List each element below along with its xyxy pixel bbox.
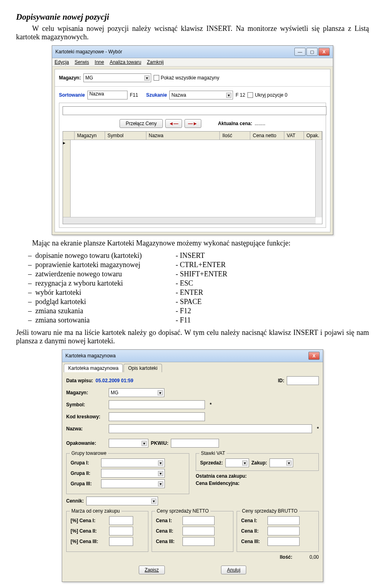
menubar: Edycja Serwis Inne Analiza towaru Zamkni… [52,58,333,67]
intro-paragraph: W celu wpisania nowej pozycji należy wci… [16,24,369,41]
list-item: dopisanie nowego towaru (kartoteki)- INS… [28,251,369,260]
show-all-label: Pokaż wszystkie magazyny [161,75,219,81]
horizontal-scrollbar[interactable] [63,217,316,224]
data-grid[interactable]: Magazyn Symbol Nazwa Ilość Cena netto VA… [63,131,322,224]
search-input[interactable] [63,106,326,115]
symbol-field[interactable] [109,400,205,409]
id-field[interactable] [287,376,319,385]
menu-serwis[interactable]: Serwis [75,59,89,65]
tabstrip: Kartoteka magazynowa Opis kartoteki [62,362,323,372]
netto-cena2-field[interactable] [182,527,215,535]
cena-ew-label: Cena Ewidencyjna: [196,481,264,486]
szukanie-label: Szukanie [146,92,167,98]
netto-cena1-field[interactable] [182,516,215,525]
kod-field[interactable] [109,412,205,421]
marza-cena3-field[interactable] [109,537,133,546]
list-item: zatwierdzenie nowego towaru- SHIFT+ENTER [28,270,369,278]
col-magazyn[interactable]: Magazyn [75,132,105,140]
g2-label: Grupa II: [71,470,99,476]
window-kartoteki-wybor: Kartoteki magazynowe - Wybór — ▢ X Edycj… [52,45,333,235]
ost-cena-label: Ostatnia cena zakupu: [196,473,264,479]
menu-inne[interactable]: Inne [95,59,104,65]
window-title: Kartoteka magazynowa [65,353,116,359]
close-button[interactable]: X [318,48,330,56]
marza-cena1-field[interactable] [109,516,133,525]
close-button[interactable]: X [308,352,320,360]
row-selector[interactable]: ▸ [63,140,71,223]
list-item: podgląd kartoteki- SPACE [28,298,369,306]
col-opak[interactable]: Opak. [304,132,322,140]
list-item: poprawienie kartoteki magazynowej- CTRL+… [28,261,369,269]
fieldset-grupy: Grupy towarowe Grupa I:▾ Grupa II:▾ Grup… [66,453,189,494]
brutto-cena3-field[interactable] [267,537,300,546]
chevron-down-icon: ▾ [151,499,156,504]
sort-label: Sortowanie [59,92,85,98]
search-frame: Przełącz Ceny ◄— —► Aktualna cena: .....… [59,103,326,228]
cennik-select[interactable]: ▾ [86,497,158,505]
minimize-button[interactable]: — [294,48,306,56]
prev-button[interactable]: ◄— [165,119,182,128]
anuluj-button[interactable]: Anuluj [221,566,246,574]
kod-label: Kod kreskowy: [66,414,106,420]
brutto-cena2-field[interactable] [267,527,300,535]
pct-cena2-label: [%] Cena II: [71,528,107,534]
magazyn-select[interactable]: MG ▾ [109,388,164,397]
brutto-cena3-label: Cena III: [241,539,265,544]
legend-marza: Marża od ceny zakupu [70,508,122,514]
brutto-cena2-label: Cena II: [241,528,265,534]
col-vat[interactable]: VAT [284,132,304,140]
zakup-select[interactable]: ▾ [270,458,293,467]
magazyn-select[interactable]: MG ▾ [83,73,151,82]
g1-select[interactable]: ▾ [101,458,165,467]
sort-field[interactable]: Nazwa [87,91,128,99]
chevron-down-icon: ▾ [158,460,163,466]
brutto-cena1-field[interactable] [267,516,300,525]
netto-cena3-field[interactable] [182,537,215,546]
checkbox-box [154,75,159,81]
show-all-checkbox[interactable]: Pokaż wszystkie magazyny [154,75,219,81]
vertical-scrollbar[interactable] [315,140,322,217]
pkwiu-field[interactable] [171,439,219,448]
menu-zamknij[interactable]: Zamknij [147,59,164,65]
ilosc-value: 0,00 [295,554,319,560]
col-cena[interactable]: Cena netto [250,132,284,140]
cennik-label: Cennik: [66,498,84,504]
window-buttons: — ▢ X [294,48,330,56]
marza-cena2-field[interactable] [109,527,133,535]
zapisz-button[interactable]: Zapisz [139,566,165,574]
szukanie-select[interactable]: Nazwa ▾ [169,91,233,99]
window-kartoteka-form: Kartoteka magazynowa X Kartoteka magazyn… [62,349,323,582]
maximize-button[interactable]: ▢ [306,48,318,56]
next-button[interactable]: —► [184,119,201,128]
switch-prices-button[interactable]: Przełącz Ceny [120,119,162,128]
legend-vat: Stawki VAT [199,450,227,456]
list-item: wybór kartoteki- ENTER [28,288,369,297]
hide-zero-label: Ukryj pozycje 0 [255,92,287,98]
col-ilosc[interactable]: Ilość [220,132,250,140]
g2-select[interactable]: ▾ [101,469,165,478]
required-star: * [210,402,212,408]
chevron-down-icon: ▾ [158,471,163,476]
g3-select[interactable]: ▾ [101,479,165,488]
grid-header: Magazyn Symbol Nazwa Ilość Cena netto VA… [63,132,322,140]
pct-cena3-label: [%] Cena III: [71,539,107,544]
menu-analiza[interactable]: Analiza towaru [109,59,141,65]
brutto-cena1-label: Cena I: [241,518,265,523]
window-title: Kartoteki magazynowe - Wybór [55,49,122,55]
chevron-down-icon: ▾ [226,93,231,98]
legend-netto: Ceny sprzedaży NETTO [155,508,211,514]
checkbox-box [247,92,253,98]
tab-kartoteka[interactable]: Kartoteka magazynowa [64,364,123,372]
opak-label: Opakowanie: [66,440,106,446]
sprzedaz-select[interactable]: ▾ [225,458,249,467]
menu-edycja[interactable]: Edycja [55,59,69,65]
hide-zero-checkbox[interactable]: Ukryj pozycje 0 [247,92,287,98]
col-nazwa[interactable]: Nazwa [146,132,220,140]
tab-opis[interactable]: Opis kartoteki [124,364,162,372]
nazwa-field[interactable] [109,424,312,433]
opak-select[interactable]: ▾ [109,439,148,448]
col-symbol[interactable]: Symbol [105,132,146,140]
ilosc-label: Ilość: [280,554,292,560]
netto-cena1-label: Cena I: [156,518,180,523]
magazyn-label: Magazyn: [66,390,106,395]
